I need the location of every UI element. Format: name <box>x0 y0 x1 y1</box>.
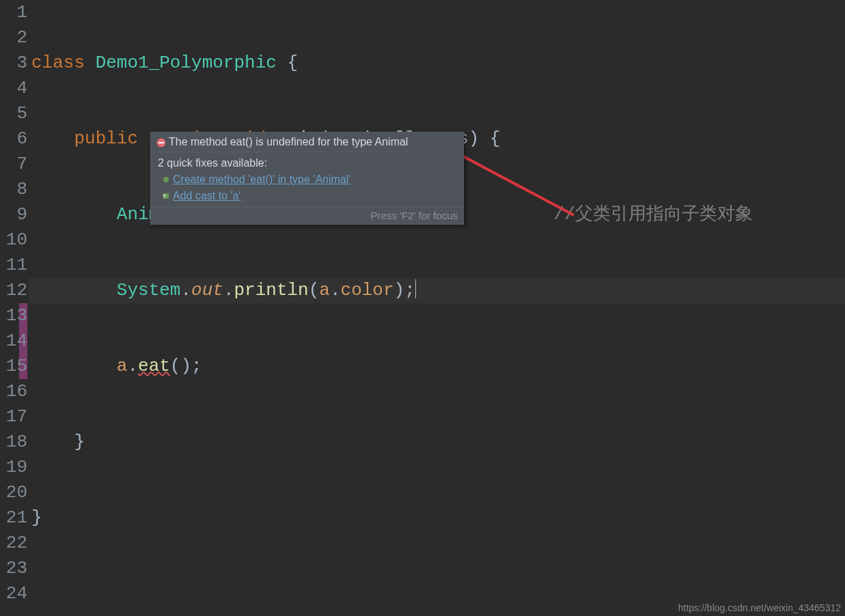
line-number: 24 <box>0 581 27 606</box>
line-number: 4 <box>0 76 27 101</box>
line-number: 6 <box>0 126 27 152</box>
cast-icon <box>163 193 169 199</box>
tooltip-error-text: The method eat() is undefined for the ty… <box>169 135 408 149</box>
error-squiggle[interactable]: eat <box>138 356 170 376</box>
line-number: 23 <box>0 556 27 581</box>
line-number: 2 <box>0 25 27 51</box>
line-number: 19 <box>0 455 27 480</box>
quickfix-link[interactable]: Add cast to 'a' <box>173 189 241 203</box>
line-number: 9 <box>0 202 27 227</box>
tooltip-hint: Press 'F2' for focus <box>151 207 463 224</box>
line-number: 20 <box>0 480 27 505</box>
line-number: 22 <box>0 531 27 556</box>
line-number: 10 <box>0 227 27 253</box>
line-number: 7 <box>0 152 27 177</box>
line-number: 1 <box>0 0 27 25</box>
tooltip-header: The method eat() is undefined for the ty… <box>151 132 463 152</box>
error-icon <box>156 137 166 147</box>
line-number: 16 <box>0 379 27 404</box>
line-number: 8 <box>0 177 27 202</box>
line-number: 18 <box>0 430 27 455</box>
quickfix-item[interactable]: Create method 'eat()' in type 'Animal' <box>163 173 456 186</box>
line-number: 11 <box>0 253 27 278</box>
quickfix-item[interactable]: Add cast to 'a' <box>163 189 456 203</box>
quickfix-link[interactable]: Create method 'eat()' in type 'Animal' <box>173 173 350 186</box>
line-number-gutter: 1 2 3 4 5 6 7 8 9 10 11 12 13 14 15 16 1… <box>0 0 29 616</box>
text-cursor <box>415 279 416 298</box>
line-number: 12 <box>0 278 27 303</box>
lightbulb-icon <box>163 177 169 182</box>
error-tooltip[interactable]: The method eat() is undefined for the ty… <box>150 132 464 225</box>
code-line[interactable]: } <box>29 430 845 455</box>
line-number: 14 <box>0 328 27 354</box>
line-number: 13 <box>0 303 27 328</box>
code-line[interactable]: class Demo1_Polymorphic { <box>29 51 845 76</box>
code-line[interactable]: a.eat(); <box>29 354 845 379</box>
watermark: https://blog.csdn.net/weixin_43465312 <box>678 602 841 613</box>
code-area[interactable]: class Demo1_Polymorphic { public static … <box>29 0 845 616</box>
tooltip-fixes-label: 2 quick fixes available: <box>158 156 456 170</box>
line-number: 5 <box>0 101 27 126</box>
code-line-current[interactable]: System.out.println(a.color); <box>29 278 845 303</box>
line-number: 21 <box>0 505 27 531</box>
code-line[interactable]: } <box>29 505 845 531</box>
svg-rect-1 <box>158 142 164 143</box>
line-number: 17 <box>0 404 27 430</box>
code-editor[interactable]: 1 2 3 4 5 6 7 8 9 10 11 12 13 14 15 16 1… <box>0 0 845 616</box>
line-number: 15 <box>0 354 27 379</box>
line-number: 3 <box>0 51 27 76</box>
